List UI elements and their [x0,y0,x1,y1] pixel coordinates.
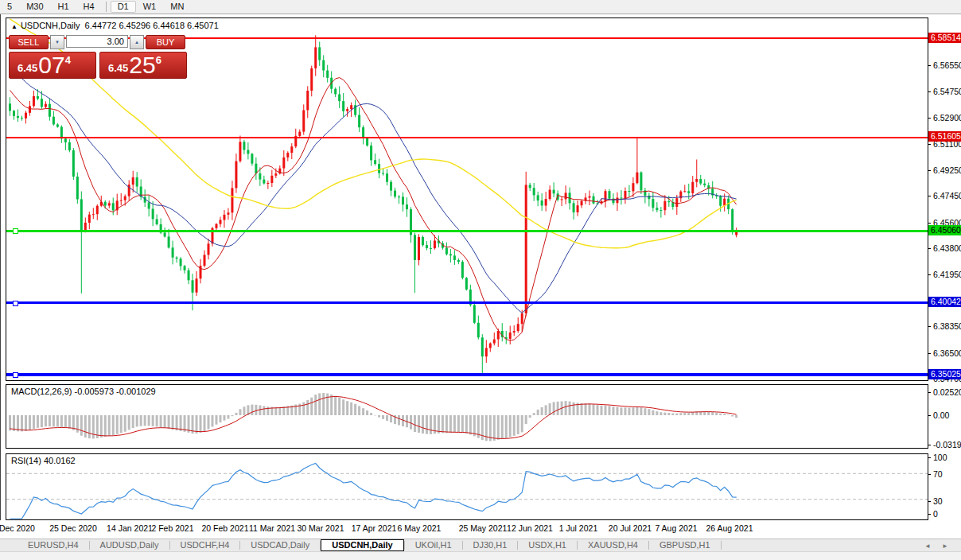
price-tick-label: 6.49250 [933,165,961,175]
rsi-tick [928,501,931,502]
volume-input[interactable] [66,35,128,48]
level-line-6.35025[interactable] [6,373,928,376]
sell-price-box[interactable]: 6.45 07 4 [9,52,96,79]
macd-tick-label: -0.031994 [933,440,961,449]
tab-dj30-h1[interactable]: DJ30,H1 [463,539,518,551]
macd-tick-label: 0.00 [933,410,949,420]
ohlc-values: 6.44772 6.45296 6.44618 6.45071 [85,21,219,30]
buy-price-prefix: 6.45 [108,62,128,74]
macd-label: MACD(12,26,9) -0.005973 -0.001029 [11,387,156,396]
rsi-tick [928,514,931,515]
tab-ukoil-h1[interactable]: UKOil,H1 [405,539,462,551]
timeframe-m30[interactable]: M30 [19,1,50,13]
date-label: 6 May 2021 [386,523,453,533]
macd-tick-label: 0.025209 [933,387,961,397]
tab-scroll-arrows: ◄ ► [915,542,948,550]
price-tick [928,223,931,224]
window-left-border [0,14,1,551]
tab-eurusd-h4[interactable]: EURUSD,H4 [18,539,89,551]
macd-tick [928,415,931,416]
rsi-tick-label: 100 [933,453,947,462]
tab-usdcad-daily[interactable]: USDCAD,Daily [240,539,320,551]
level-handle[interactable] [13,228,18,234]
tab-audusd-daily[interactable]: AUDUSD,Daily [90,539,169,551]
level-line-6.40042[interactable] [6,301,928,304]
price-tick [928,170,931,171]
tab-usdx-h1[interactable]: USDX,H1 [518,539,577,551]
rsi-tick [928,457,931,458]
timeframe-w1[interactable]: W1 [136,1,164,13]
date-label: 26 Aug 2021 [696,523,763,533]
tab-usdchf-h4[interactable]: USDCHF,H4 [170,539,240,551]
price-badge: 6.58514 [928,33,961,43]
price-tick [928,196,931,196]
timeframe-h1[interactable]: H1 [51,1,76,13]
rsi-chart [6,454,928,519]
price-tick-label: 6.36500 [933,348,961,358]
timeframe-toolbar: 5M30H1H4D1W1MN [0,0,961,14]
collapse-icon[interactable]: ▲ [11,23,18,30]
tab-gbpusd-h1[interactable]: GBPUSD,H1 [649,539,721,551]
trade-panel: SELL ▼ ▲ BUY 6.45 07 4 6.45 25 6 [9,35,189,79]
date-axis: 7 Dec 202025 Dec 202014 Jan 20212 Feb 20… [0,520,961,539]
toolbar-separator [106,2,107,12]
chart-tab-bar: EURUSD,H4AUDUSD,DailyUSDCHF,H4USDCAD,Dai… [0,539,961,551]
rsi-pane[interactable]: RSI(14) 40.0162 [6,453,928,520]
status-strip [0,551,961,560]
price-tick-label: 6.47450 [933,191,961,200]
price-tick-label: 6.41950 [933,270,961,279]
price-tick [928,91,931,92]
price-badge: 6.45060 [928,225,961,235]
timeframe-d1[interactable]: D1 [111,1,136,13]
rsi-tick-label: 30 [933,496,943,506]
price-axis: 6.565506.547506.529006.511006.492506.474… [928,18,961,521]
symbol-label: USDCNH,Daily [21,21,80,30]
volume-increase-button[interactable]: ▲ [130,35,144,49]
timeframe-h4[interactable]: H4 [76,1,102,13]
rsi-tick [928,474,931,475]
rsi-tick-label: 0 [933,509,938,519]
sell-button[interactable]: SELL [9,35,49,49]
tabs-scroll-left-icon[interactable]: ◄ [924,542,931,550]
price-tick [928,274,931,275]
sell-price-pip: 4 [65,54,71,66]
price-badge: 6.51605 [928,131,961,142]
price-tick-label: 6.38350 [933,321,961,331]
buy-price-box[interactable]: 6.45 25 6 [99,52,187,79]
volume-decrease-button[interactable]: ▼ [50,35,64,49]
timeframe-5[interactable]: 5 [0,1,19,13]
tabs-scroll-right-icon[interactable]: ► [942,542,948,550]
price-badge: 6.35025 [928,369,961,379]
price-tick-label: 6.52900 [933,113,961,122]
buy-price-big: 25 [129,54,155,76]
price-tick [928,248,931,249]
buy-price-pip: 6 [156,54,161,66]
level-line-6.51605[interactable] [6,137,928,138]
sell-price-big: 07 [38,54,64,76]
chevron-up-icon: ▲ [134,40,139,45]
rsi-tick-label: 70 [933,469,943,479]
macd-tick [928,445,931,445]
price-tick-label: 6.54750 [933,87,961,96]
tab-xauusd-h4[interactable]: XAUUSD,H4 [578,539,648,551]
level-handle[interactable] [13,301,18,306]
level-handle[interactable] [13,372,18,378]
chart-title: ▲USDCNH,Daily 6.44772 6.45296 6.44618 6.… [11,21,219,30]
price-tick [928,353,931,354]
buy-button[interactable]: BUY [146,35,185,49]
tab-usdcnh-daily[interactable]: USDCNH,Daily [321,539,403,551]
macd-pane[interactable]: MACD(12,26,9) -0.005973 -0.001029 [6,384,928,449]
chevron-down-icon: ▼ [55,40,60,45]
price-tick [928,144,931,145]
price-tick [928,326,931,327]
tab-separator [721,541,722,550]
price-chart-pane[interactable]: ▲USDCNH,Daily 6.44772 6.45296 6.44618 6.… [6,18,928,381]
rsi-label: RSI(14) 40.0162 [11,456,76,465]
price-tick-label: 6.56550 [933,60,961,70]
price-tick [928,65,931,66]
timeframe-mn[interactable]: MN [163,1,191,13]
sell-price-prefix: 6.45 [18,62,37,74]
price-tick [928,118,931,119]
price-tick-label: 6.43800 [933,243,961,253]
level-line-6.4506[interactable] [6,230,928,232]
